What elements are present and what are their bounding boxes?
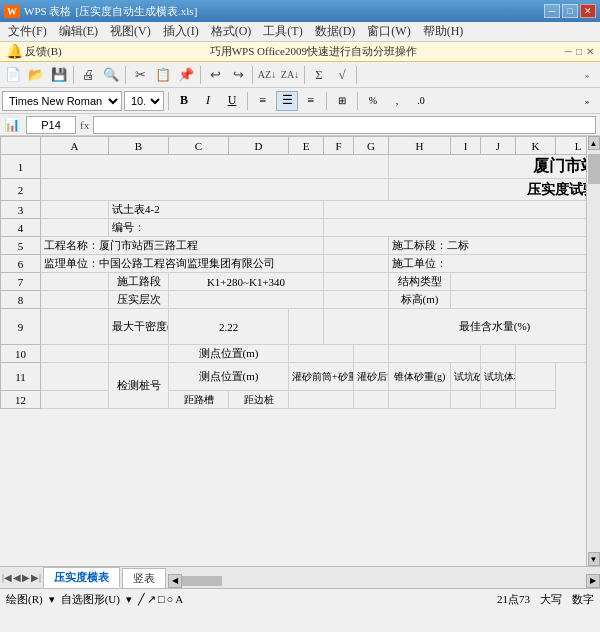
font-name-select[interactable]: Times New Roman <box>2 91 122 111</box>
comma-button[interactable]: , <box>386 91 408 111</box>
close-button[interactable]: ✕ <box>580 4 596 18</box>
rect-icon[interactable]: □ <box>158 593 165 606</box>
cell-b4[interactable]: 编号： <box>109 219 324 237</box>
cell-j12[interactable] <box>481 391 516 409</box>
menu-view[interactable]: 视图(V) <box>104 22 157 41</box>
row-header-2[interactable]: 2 <box>1 179 41 201</box>
cell-a9[interactable] <box>41 309 109 345</box>
align-center-button[interactable]: ☰ <box>276 91 298 111</box>
cell-i12[interactable] <box>451 391 481 409</box>
cell-a6[interactable]: 监理单位：中国公路工程咨询监理集团有限公司 <box>41 255 324 273</box>
notify-maximize[interactable]: □ <box>576 46 582 57</box>
font-size-select[interactable]: 10.5 <box>124 91 164 111</box>
cell-a10[interactable] <box>41 345 109 363</box>
cell-a5[interactable]: 工程名称：厦门市站西三路工程 <box>41 237 324 255</box>
cell-c7[interactable]: K1+280~K1+340 <box>169 273 324 291</box>
col-header-k[interactable]: K <box>516 137 556 155</box>
row-header-5[interactable]: 5 <box>1 237 41 255</box>
save-button[interactable]: 💾 <box>48 64 70 86</box>
scroll-down-button[interactable]: ▼ <box>588 552 600 566</box>
cell-c12[interactable]: 距路槽 <box>169 391 229 409</box>
cell-a7[interactable] <box>41 273 109 291</box>
align-right-button[interactable]: ≡ <box>300 91 322 111</box>
row-header-7[interactable]: 7 <box>1 273 41 291</box>
tab-nav-next[interactable]: ▶ <box>22 572 30 583</box>
cell-g12[interactable] <box>354 391 389 409</box>
cell-h6[interactable]: 施工单位： <box>389 255 587 273</box>
cell-b8[interactable]: 压实层次 <box>109 291 169 309</box>
col-header-g[interactable]: G <box>354 137 389 155</box>
open-button[interactable]: 📂 <box>25 64 47 86</box>
cell-e10[interactable] <box>289 345 354 363</box>
row-header-6[interactable]: 6 <box>1 255 41 273</box>
cell-g7[interactable]: 结构类型 <box>389 273 451 291</box>
oval-icon[interactable]: ○ <box>167 593 174 606</box>
merge-button[interactable]: ⊞ <box>331 91 353 111</box>
row-header-10[interactable]: 10 <box>1 345 41 363</box>
row-header-12[interactable]: 12 <box>1 391 41 409</box>
underline-button[interactable]: U <box>221 91 243 111</box>
text-icon[interactable]: A <box>175 593 183 606</box>
cell-h1-merged[interactable]: 厦门市站 <box>389 155 587 179</box>
cell-c9[interactable]: 2.22 <box>169 309 289 345</box>
minimize-button[interactable]: ─ <box>544 4 560 18</box>
cell-g8[interactable]: 标高(m) <box>389 291 451 309</box>
cell-f8[interactable] <box>324 291 389 309</box>
cell-f9[interactable] <box>324 309 389 345</box>
feedback-button[interactable]: 🔔 反馈(B) <box>6 43 62 60</box>
align-left-button[interactable]: ≡ <box>252 91 274 111</box>
cell-h5[interactable]: 施工标段：二标 <box>389 237 587 255</box>
formula-sum-button[interactable]: Σ <box>308 64 330 86</box>
cell-h11[interactable]: 锥体砂重(g) <box>389 363 451 391</box>
cell-f7[interactable] <box>324 273 389 291</box>
row-header-1[interactable]: 1 <box>1 155 41 179</box>
col-header-a[interactable]: A <box>41 137 109 155</box>
row-header-3[interactable]: 3 <box>1 201 41 219</box>
sort-desc-button[interactable]: ZA↓ <box>279 64 301 86</box>
cell-a2[interactable] <box>41 179 389 201</box>
bold-button[interactable]: B <box>173 91 195 111</box>
cell-e12[interactable] <box>289 391 354 409</box>
cell-f4[interactable] <box>324 219 587 237</box>
cell-g11[interactable]: 灌砂后筒+砂重(g) <box>354 363 389 391</box>
cell-f5[interactable] <box>324 237 389 255</box>
row-header-9[interactable]: 9 <box>1 309 41 345</box>
new-button[interactable]: 📄 <box>2 64 24 86</box>
italic-button[interactable]: I <box>197 91 219 111</box>
tab-nav-prev[interactable]: ◀ <box>13 572 21 583</box>
cell-d12[interactable]: 距边桩 <box>229 391 289 409</box>
sheet-tab-1[interactable]: 压实度横表 <box>43 567 120 588</box>
menu-format[interactable]: 格式(O) <box>205 22 258 41</box>
percent-button[interactable]: % <box>362 91 384 111</box>
paste-button[interactable]: 📌 <box>175 64 197 86</box>
cell-b10[interactable] <box>109 345 169 363</box>
undo-button[interactable]: ↩ <box>204 64 226 86</box>
cell-h2-merged[interactable]: 压实度试验 <box>389 179 587 201</box>
col-header-f[interactable]: F <box>324 137 354 155</box>
more-button[interactable]: » <box>576 64 598 86</box>
col-header-l[interactable]: L <box>556 137 587 155</box>
cell-a4[interactable] <box>41 219 109 237</box>
cut-button[interactable]: ✂ <box>129 64 151 86</box>
cell-c8[interactable] <box>169 291 324 309</box>
preview-button[interactable]: 🔍 <box>100 64 122 86</box>
formula-input[interactable] <box>93 116 596 134</box>
shape-label[interactable]: 自选图形(U) <box>61 592 120 607</box>
row-header-11[interactable]: 11 <box>1 363 41 391</box>
notify-close[interactable]: ✕ <box>586 46 594 57</box>
hscroll-right[interactable]: ▶ <box>586 574 600 588</box>
cell-k10[interactable] <box>516 345 587 363</box>
menu-file[interactable]: 文件(F) <box>2 22 53 41</box>
cell-h9[interactable]: 最佳含水量(%) <box>389 309 587 345</box>
row-header-8[interactable]: 8 <box>1 291 41 309</box>
vertical-scrollbar[interactable]: ▲ ▼ <box>586 136 600 566</box>
scroll-up-button[interactable]: ▲ <box>588 136 600 150</box>
menu-window[interactable]: 窗口(W) <box>361 22 416 41</box>
menu-edit[interactable]: 编辑(E) <box>53 22 104 41</box>
cell-b3[interactable]: 试土表4-2 <box>109 201 324 219</box>
cell-i11[interactable]: 试坑砂重(g) <box>451 363 481 391</box>
cell-e9[interactable] <box>289 309 324 345</box>
notify-minimize[interactable]: ─ <box>565 46 572 57</box>
maximize-button[interactable]: □ <box>562 4 578 18</box>
cell-h8[interactable] <box>451 291 587 309</box>
